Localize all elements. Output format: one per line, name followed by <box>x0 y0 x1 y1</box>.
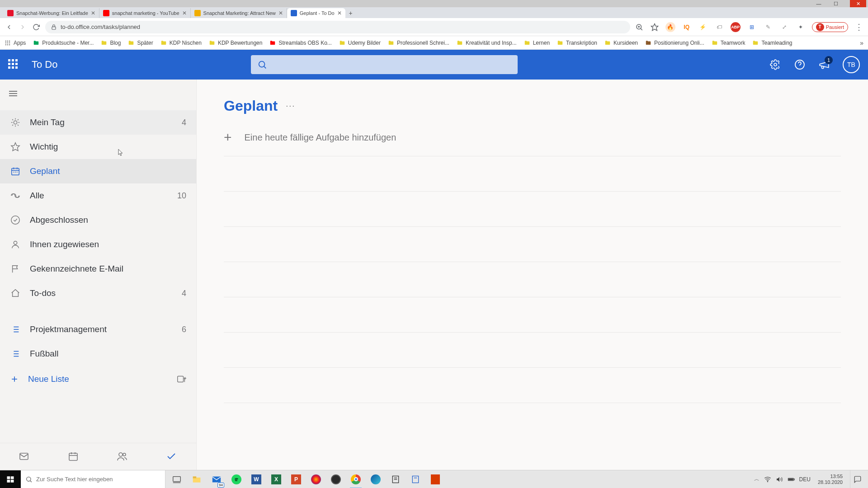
sidebar-list-fußball[interactable]: Fußball <box>0 342 196 366</box>
start-button[interactable] <box>0 470 21 488</box>
browser-tab[interactable]: Snapchat Marketing: Attract New✕ <box>191 8 287 18</box>
taskbar-edge[interactable] <box>367 470 384 488</box>
extension-icon[interactable]: IQ <box>682 22 692 32</box>
search-input[interactable] <box>251 55 518 74</box>
browser-tab[interactable]: snapchat marketing - YouTube✕ <box>99 8 191 18</box>
extension-icon[interactable]: ABP <box>731 22 741 32</box>
task-view-button[interactable] <box>168 470 185 488</box>
close-tab-button[interactable]: ✕ <box>182 10 187 16</box>
bookmark-item[interactable]: Teamleading <box>752 40 792 46</box>
tray-language[interactable]: DEU <box>799 476 811 483</box>
extension-icon[interactable]: ✎ <box>763 22 773 32</box>
help-button[interactable] <box>794 59 806 70</box>
taskbar-word[interactable]: W <box>248 470 265 488</box>
chrome-menu-button[interactable]: ⋮ <box>854 23 863 32</box>
settings-button[interactable] <box>769 59 781 70</box>
people-app-button[interactable] <box>117 451 128 463</box>
taskbar-explorer[interactable] <box>188 470 205 488</box>
extension-icon[interactable]: 🔥 <box>665 22 675 32</box>
bookmark-item[interactable]: Später <box>128 40 153 46</box>
wifi-icon[interactable] <box>764 476 771 483</box>
taskbar-app[interactable] <box>407 470 424 488</box>
taskbar-app[interactable] <box>387 470 404 488</box>
svg-point-17 <box>774 63 777 66</box>
bookmark-item[interactable]: Transkription <box>557 40 597 46</box>
taskbar-chrome[interactable] <box>347 470 364 488</box>
bookmark-item[interactable]: KDP Bewertungen <box>209 40 263 46</box>
browser-tab[interactable]: Geplant - To Do✕ <box>287 8 345 18</box>
sidebar-list-projektmanagement[interactable]: Projektmanagement6 <box>0 317 196 342</box>
taskbar-excel[interactable]: X <box>268 470 285 488</box>
taskbar-office[interactable] <box>427 470 444 488</box>
bookmark-item[interactable]: Produktsuche - Mer... <box>33 40 94 46</box>
list-options-button[interactable]: ··· <box>286 101 295 111</box>
close-tab-button[interactable]: ✕ <box>278 10 283 16</box>
app-launcher-button[interactable] <box>8 59 19 70</box>
sidebar-item-to-dos[interactable]: To-dos4 <box>0 281 196 305</box>
sidebar-item-label: To-dos <box>30 288 56 298</box>
add-task-row[interactable]: + Eine heute fällige Aufgabe hinzufügen <box>224 130 841 156</box>
tray-overflow-button[interactable]: ︿ <box>754 475 760 483</box>
sidebar-item-ihnen-zugewiesen[interactable]: Ihnen zugewiesen <box>0 232 196 257</box>
bookmark-item[interactable]: Streamlabs OBS Ko... <box>269 40 331 46</box>
windows-search-input[interactable] <box>36 476 160 483</box>
sidebar-item-mein-tag[interactable]: Mein Tag4 <box>0 110 196 135</box>
bookmark-item[interactable]: Apps <box>5 40 26 46</box>
close-tab-button[interactable]: ✕ <box>91 10 95 16</box>
extension-icon[interactable]: ⊞ <box>747 22 757 32</box>
sidebar-item-abgeschlossen[interactable]: Abgeschlossen <box>0 208 196 232</box>
sidebar-item-geplant[interactable]: Geplant <box>0 159 196 183</box>
address-bar[interactable]: to-do.office.com/tasks/planned <box>45 21 630 33</box>
windows-search[interactable] <box>21 470 165 488</box>
zoom-icon[interactable] <box>635 23 644 32</box>
taskbar-powerpoint[interactable]: P <box>288 470 305 488</box>
favorite-star-icon[interactable] <box>650 23 659 32</box>
reload-button[interactable] <box>32 23 41 32</box>
tray-clock[interactable]: 13:55 28.10.2020 <box>815 474 845 484</box>
new-list-button[interactable]: Neue Liste <box>0 368 196 390</box>
bookmark-item[interactable]: Kreativität und Insp... <box>457 40 517 46</box>
sidebar-item-alle[interactable]: Alle10 <box>0 183 196 208</box>
window-maximize-button[interactable]: ☐ <box>833 0 839 7</box>
account-avatar[interactable]: TB <box>843 56 860 73</box>
taskbar-spotify[interactable] <box>228 470 245 488</box>
bookmark-item[interactable]: KDP Nischen <box>160 40 202 46</box>
battery-icon[interactable] <box>788 476 795 483</box>
bookmark-item[interactable]: Professionell Schrei... <box>388 40 449 46</box>
bookmark-item[interactable]: Lernen <box>524 40 550 46</box>
sidebar-item-gekennzeichnete-e-mail[interactable]: Gekennzeichnete E-Mail <box>0 257 196 281</box>
extension-icon[interactable]: ⤢ <box>779 22 789 32</box>
bookmarks-overflow-button[interactable]: » <box>860 39 863 47</box>
todo-app-button[interactable] <box>166 451 178 463</box>
bookmark-item[interactable]: Udemy Bilder <box>339 40 381 46</box>
window-close-button[interactable]: ✕ <box>850 0 866 7</box>
svg-point-20 <box>14 121 17 124</box>
sidebar-item-wichtig[interactable]: Wichtig <box>0 135 196 159</box>
new-group-button[interactable] <box>176 374 186 384</box>
action-center-button[interactable] <box>850 470 864 488</box>
taskbar-app[interactable] <box>307 470 325 488</box>
profile-paused-badge[interactable]: T Pausiert <box>812 22 848 32</box>
extension-icon[interactable]: 🏷 <box>714 22 724 32</box>
announcements-button[interactable]: 1 <box>818 59 830 70</box>
mail-app-button[interactable] <box>19 451 30 463</box>
taskbar-mail[interactable]: 94 <box>208 470 225 488</box>
bookmark-label: Teamwork <box>721 40 745 46</box>
volume-icon[interactable] <box>776 476 783 483</box>
extensions-menu-icon[interactable]: ✦ <box>796 22 806 32</box>
sidebar-toggle-button[interactable] <box>0 80 196 108</box>
forward-button[interactable] <box>18 23 27 32</box>
close-tab-button[interactable]: ✕ <box>337 10 342 16</box>
calendar-app-button[interactable] <box>68 451 80 463</box>
bookmark-item[interactable]: Blog <box>101 40 121 46</box>
window-minimize-button[interactable]: — <box>816 0 822 7</box>
taskbar-obs[interactable] <box>327 470 344 488</box>
bookmark-item[interactable]: Teamwork <box>712 40 745 46</box>
new-tab-button[interactable]: + <box>345 8 356 18</box>
browser-tab[interactable]: Snapchat-Werbung: Ein Leitfade✕ <box>4 8 99 18</box>
folder-icon <box>269 40 276 46</box>
bookmark-item[interactable]: Positionierung Onli... <box>645 40 704 46</box>
extension-icon[interactable]: ⚡ <box>698 22 708 32</box>
bookmark-item[interactable]: Kursideen <box>604 40 638 46</box>
back-button[interactable] <box>5 23 14 32</box>
